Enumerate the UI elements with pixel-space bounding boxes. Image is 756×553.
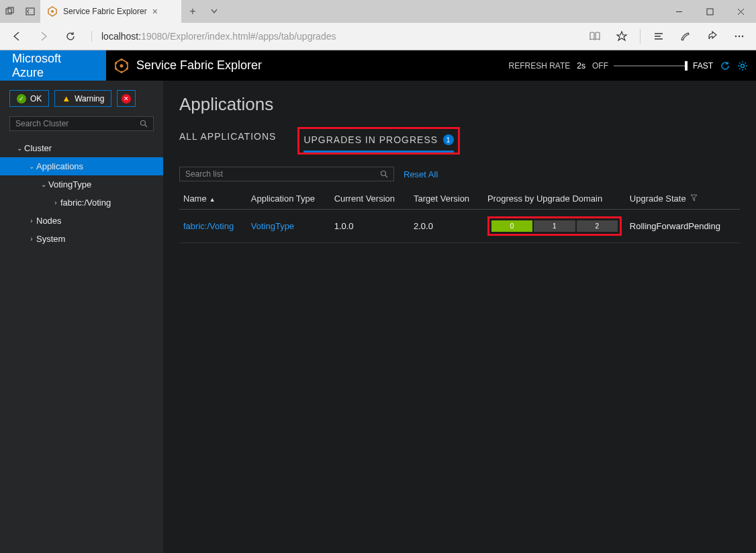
upgrade-domain-0: 0	[491, 220, 532, 232]
tree-system[interactable]: ›System	[0, 230, 163, 248]
reset-all-link[interactable]: Reset All	[404, 169, 438, 179]
sidebar: ✓ OK ▲ Warning ✕ ⌄Cluster ⌄Applications …	[0, 81, 163, 553]
cell-name[interactable]: fabric:/Voting	[179, 210, 247, 243]
svg-point-12	[735, 36, 737, 37]
cell-app-type[interactable]: VotingType	[247, 210, 330, 243]
tree-cluster[interactable]: ⌄Cluster	[0, 139, 163, 157]
col-target-version[interactable]: Target Version	[410, 188, 483, 210]
upgrades-table: Name▲ Application Type Current Version T…	[179, 188, 740, 243]
svg-point-19	[126, 67, 128, 69]
chevron-down-icon: ⌄	[15, 144, 24, 152]
app-title: Service Fabric Explorer	[136, 58, 262, 73]
tab-all-applications[interactable]: ALL APPLICATIONS	[179, 127, 276, 155]
tree-votingtype-label: VotingType	[48, 179, 91, 189]
new-tab-button[interactable]: +	[181, 5, 204, 17]
status-warning-button[interactable]: ▲ Warning	[54, 90, 111, 107]
cell-target-version: 2.0.0	[410, 210, 483, 243]
search-list-input[interactable]	[185, 169, 380, 179]
content-tabs: ALL APPLICATIONS UPGRADES IN PROGRESS 1	[179, 127, 740, 155]
status-filter-row: ✓ OK ▲ Warning ✕	[0, 90, 163, 116]
refresh-rate-value: 2s	[577, 61, 585, 71]
app-header: Microsoft Azure Service Fabric Explorer …	[0, 50, 756, 81]
main-area: ✓ OK ▲ Warning ✕ ⌄Cluster ⌄Applications …	[0, 81, 756, 553]
col-upgrade-state[interactable]: Upgrade State	[626, 188, 740, 210]
svg-point-16	[120, 64, 123, 67]
tree-nodes[interactable]: ›Nodes	[0, 212, 163, 230]
back-button[interactable]	[5, 25, 28, 48]
status-ok-button[interactable]: ✓ OK	[9, 90, 49, 107]
tree-voting-app-label: fabric:/Voting	[60, 198, 111, 208]
minimize-button[interactable]	[663, 0, 694, 23]
search-cluster-box[interactable]	[9, 116, 154, 131]
search-cluster-input[interactable]	[15, 119, 140, 128]
tab-chevron-icon[interactable]	[204, 7, 224, 15]
refresh-button[interactable]	[59, 25, 82, 48]
close-window-button[interactable]	[725, 0, 756, 23]
tree-applications[interactable]: ⌄Applications	[0, 157, 163, 175]
col-app-type[interactable]: Application Type	[247, 188, 330, 210]
highlight-box-tab: UPGRADES IN PROGRESS 1	[297, 127, 460, 155]
search-list-box[interactable]	[179, 167, 394, 181]
url-field[interactable]: localhost:19080/Explorer/index.html#/app…	[91, 31, 579, 42]
address-bar: localhost:19080/Explorer/index.html#/app…	[0, 23, 756, 50]
upgrade-domain-2: 2	[577, 220, 618, 232]
highlight-box-progress: 0 1 2	[487, 216, 622, 236]
tab-upgrades-in-progress[interactable]: UPGRADES IN PROGRESS 1	[303, 130, 454, 153]
svg-point-21	[115, 67, 117, 69]
set-aside-tabs-icon[interactable]	[20, 0, 40, 23]
content: Applications ALL APPLICATIONS UPGRADES I…	[163, 81, 756, 553]
chevron-right-icon: ›	[27, 217, 36, 224]
filter-icon[interactable]	[690, 195, 698, 203]
refresh-slider[interactable]: OFF FAST	[592, 61, 713, 71]
chevron-right-icon: ›	[27, 235, 36, 243]
title-left-group: Service Fabric Explorer × +	[0, 0, 224, 23]
svg-point-22	[115, 62, 117, 64]
toolbar: Reset All	[179, 167, 740, 181]
url-host: localhost:	[101, 31, 141, 42]
app-logo-icon	[106, 50, 136, 81]
forward-button[interactable]	[32, 25, 55, 48]
col-progress[interactable]: Progress by Upgrade Domain	[483, 188, 626, 210]
tab-close-icon[interactable]: ×	[152, 6, 158, 17]
tree-voting-app[interactable]: ›fabric:/Voting	[0, 194, 163, 212]
settings-gear-icon[interactable]	[737, 60, 748, 71]
status-error-button[interactable]: ✕	[117, 90, 136, 107]
svg-point-26	[381, 171, 386, 176]
tree-applications-label: Applications	[36, 161, 83, 171]
reading-view-icon[interactable]	[583, 25, 606, 48]
browser-title-bar: Service Fabric Explorer × +	[0, 0, 756, 23]
svg-point-23	[741, 64, 745, 67]
tree-system-label: System	[36, 234, 65, 244]
more-icon[interactable]	[728, 25, 751, 48]
page-title: Applications	[179, 94, 740, 115]
url-path: 19080/Explorer/index.html#/apps/tab/upgr…	[141, 31, 336, 42]
ok-icon: ✓	[17, 94, 26, 103]
refresh-now-icon[interactable]	[720, 60, 730, 71]
notes-icon[interactable]	[674, 25, 697, 48]
slider-track[interactable]	[614, 65, 688, 67]
share-icon[interactable]	[701, 25, 724, 48]
hub-icon[interactable]	[647, 25, 670, 48]
status-ok-label: OK	[30, 94, 42, 103]
favorite-icon[interactable]	[610, 25, 633, 48]
svg-rect-6	[707, 9, 713, 15]
svg-point-14	[742, 36, 743, 37]
cell-upgrade-state: RollingForwardPending	[626, 210, 740, 243]
svg-point-18	[126, 62, 128, 64]
tree-votingtype[interactable]: ⌄VotingType	[0, 175, 163, 194]
chevron-down-icon: ⌄	[27, 163, 36, 170]
status-warning-label: Warning	[75, 94, 104, 103]
window-controls	[663, 0, 756, 23]
table-row: fabric:/Voting VotingType 1.0.0 2.0.0 0 …	[179, 210, 740, 243]
col-current-version[interactable]: Current Version	[330, 188, 410, 210]
svg-point-24	[141, 121, 146, 126]
col-name[interactable]: Name▲	[179, 188, 247, 210]
maximize-button[interactable]	[694, 0, 725, 23]
browser-tab[interactable]: Service Fabric Explorer ×	[40, 0, 181, 23]
svg-line-27	[385, 175, 387, 177]
search-icon	[380, 170, 388, 178]
svg-point-17	[120, 58, 122, 60]
slider-thumb[interactable]	[685, 61, 688, 71]
tab-actions-icon[interactable]	[0, 0, 20, 23]
brand-label[interactable]: Microsoft Azure	[0, 50, 106, 81]
